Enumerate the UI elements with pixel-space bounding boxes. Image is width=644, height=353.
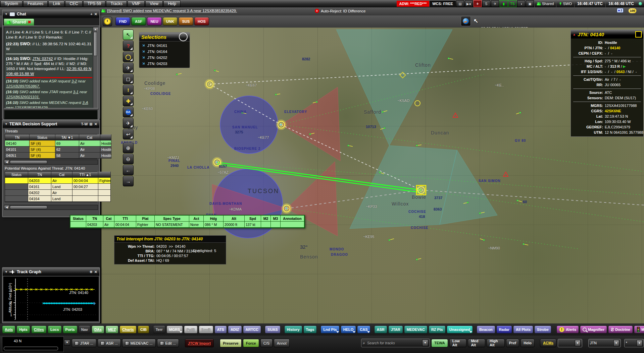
acm-dropdown[interactable]: ▼: [558, 339, 582, 347]
action-button-edit[interactable]: Edit ...: [157, 339, 179, 347]
area-select-icon[interactable]: ◻: [123, 74, 134, 84]
aircraft-icon[interactable]: ✈: [123, 118, 134, 128]
range-ring-icon[interactable]: ◯: [123, 52, 134, 62]
filter-button-low-alt[interactable]: Low Alt: [449, 339, 467, 347]
layer-button-mgrs[interactable]: MGRS: [166, 326, 183, 334]
layer-button-rz-pts[interactable]: RZ Pts: [429, 326, 446, 334]
layer-button-lnd-pts[interactable]: Lnd Pts: [320, 326, 339, 334]
layer-button-artcc[interactable]: ARTCC: [243, 326, 261, 334]
time-mark-icon[interactable]: ✚: [123, 96, 134, 106]
layer-button-radar[interactable]: Radar: [496, 326, 512, 334]
green-bar-icon[interactable]: ▮: [500, 0, 508, 7]
column-header-Status[interactable]: Status: [5, 172, 28, 178]
layer-button-history[interactable]: History: [284, 326, 302, 334]
table-row[interactable]: 04140SF (4)69AirHostile: [5, 140, 97, 146]
table-row[interactable]: 04051SF (4)58AirHostile: [5, 153, 97, 159]
zoom-out-icon[interactable]: ⊖: [123, 154, 134, 164]
layer-button-das[interactable]: DAs: [92, 326, 104, 334]
layer-button-cib[interactable]: CIB: [138, 326, 149, 334]
layer-button-msct[interactable]: MSCT: [634, 326, 644, 334]
da-icon[interactable]: DA: [123, 107, 134, 117]
layer-button-suas[interactable]: SUAS: [265, 326, 281, 334]
column-header-Cat[interactable]: Cat: [79, 134, 100, 140]
tactical-map[interactable]: ✈✈✈ Superior8282CliftonCoolidgeCOOLIDGE~…: [101, 27, 644, 323]
selection-item[interactable]: ✈JTN: 04203: [139, 61, 190, 67]
layer-button-cities[interactable]: Cities: [31, 326, 47, 334]
collapse-arrow-icon[interactable]: ▲: [573, 33, 576, 36]
id-button-neu[interactable]: NEU: [147, 17, 162, 25]
sim-icon[interactable]: S: [482, 0, 490, 7]
chat-icon[interactable]: ▣: [526, 0, 534, 7]
layer-button-mez[interactable]: MEZ: [105, 326, 118, 334]
layer-button-beacon[interactable]: Beacon: [477, 326, 495, 334]
menu-tracks[interactable]: Tracks: [106, 0, 127, 7]
menu-features[interactable]: Features: [23, 0, 48, 7]
filter-button-pref[interactable]: Pref: [506, 339, 519, 347]
layer-button-sovb[interactable]: SovB: [199, 326, 213, 334]
intercept-icon[interactable]: ✈: [123, 63, 134, 73]
weapons-table[interactable]: StatusTNCatTTI ▲104203Air00:04:04Fighter…: [5, 171, 97, 202]
doc-icon[interactable]: ▤: [456, 0, 464, 7]
menu-help[interactable]: Help: [163, 0, 181, 7]
column-header-extra[interactable]: [100, 134, 111, 140]
chat-tab-shared[interactable]: Shared ✖: [4, 18, 34, 25]
column-header-TTI ▲1[interactable]: TTI ▲1: [72, 172, 98, 178]
swo-operator[interactable]: ↟SWO: [556, 0, 574, 7]
notification-message[interactable]: [Shared] SWO added new MEDEVAC request 3…: [101, 9, 237, 13]
track-select-box-icon[interactable]: [635, 31, 642, 38]
layer-button-jtar[interactable]: JTAR: [388, 326, 403, 334]
track-search-box[interactable]: ⌕ Search for tracks ▼: [361, 339, 430, 347]
layer-button-magnifier[interactable]: Magnifier: [580, 326, 607, 334]
menu-vmf[interactable]: VMF: [128, 0, 145, 7]
table-row[interactable]: 04202Air: [5, 190, 97, 196]
action-button-asr[interactable]: ASR ...: [98, 339, 121, 347]
tab-close-icon[interactable]: ✖: [28, 20, 31, 24]
hook-query-icon[interactable]: ?: [123, 41, 134, 51]
weapons-hscrollbar[interactable]: ◀: [4, 205, 98, 210]
layer-button-terr[interactable]: Terr: [153, 326, 165, 334]
layer-button-medevac[interactable]: MEDEVAC: [404, 326, 428, 334]
shared-session[interactable]: Shared: [534, 0, 556, 7]
layer-button-doctrine[interactable]: ƧDoctrine: [608, 326, 633, 334]
globe-button[interactable]: [461, 16, 471, 26]
no-fly-icon[interactable]: ✈: [474, 0, 482, 7]
track-info-header[interactable]: ▲ JTN: 04140: [571, 30, 643, 39]
threats-table[interactable]: TNStatusTAI ▼1Cat04140SF (4)69AirHostile…: [5, 134, 97, 159]
scroll-left-icon[interactable]: ◀: [4, 160, 9, 164]
zoom-in-icon[interactable]: ⊕: [123, 143, 134, 153]
scroll-left-icon[interactable]: ◀: [4, 205, 9, 209]
id-button-hos[interactable]: HOS: [194, 17, 209, 25]
tewa-dock-icon[interactable]: ⊞: [90, 122, 93, 126]
action-button-jtar[interactable]: JTAR ...: [72, 339, 96, 347]
chat-message-area[interactable]: A // Line 4: A // Line 5: L // Line 6: E…: [4, 27, 98, 109]
track-graph-header[interactable]: ▼ Track Graph ✳ ✕: [3, 268, 99, 276]
column-header-Cat[interactable]: Cat: [51, 172, 72, 178]
layer-button-locs[interactable]: Locs: [48, 326, 62, 334]
jtcw-import-button[interactable]: JTCW Import: [185, 339, 214, 347]
selections-header[interactable]: Selections: [139, 33, 190, 42]
tewa-close-button[interactable]: ✕: [94, 122, 97, 126]
layer-button-alerts[interactable]: !Alerts: [556, 326, 579, 334]
id-button-unk[interactable]: UNK: [163, 17, 178, 25]
aircraft-icon[interactable]: ✈: [491, 0, 499, 7]
chat-add-button[interactable]: +: [90, 12, 92, 16]
layer-button-all-plots[interactable]: All Plots: [513, 326, 533, 334]
column-header-TN[interactable]: TN: [5, 134, 30, 140]
filter-button-med-alt[interactable]: Med Alt: [468, 339, 485, 347]
return-route-icon[interactable]: ↩: [123, 129, 134, 139]
id-button-sus[interactable]: SUS: [179, 17, 193, 25]
layer-button-helo[interactable]: HELO: [341, 326, 356, 334]
layer-button-adiz[interactable]: ADIZ: [228, 326, 242, 334]
graph-settings-icon[interactable]: ✳: [90, 270, 93, 274]
filter-button-high-alt[interactable]: High Alt: [487, 339, 505, 347]
collapse-icon[interactable]: ▼: [5, 12, 8, 16]
table-row[interactable]: 04101SF (4)62AirHostile: [5, 146, 97, 153]
menu-link[interactable]: Link: [48, 0, 64, 7]
id-button-fnd[interactable]: FND: [115, 17, 130, 25]
column-header-TAI ▼1[interactable]: TAI ▼1: [55, 134, 79, 140]
table-row[interactable]: 04161Land00:04:27: [5, 184, 97, 190]
time-filter-button[interactable]: [103, 17, 112, 26]
pan-right-icon[interactable]: →: [123, 176, 134, 186]
toggle-button-preserve[interactable]: Preserve: [220, 339, 242, 347]
layer-button-charts[interactable]: Charts: [119, 326, 137, 334]
